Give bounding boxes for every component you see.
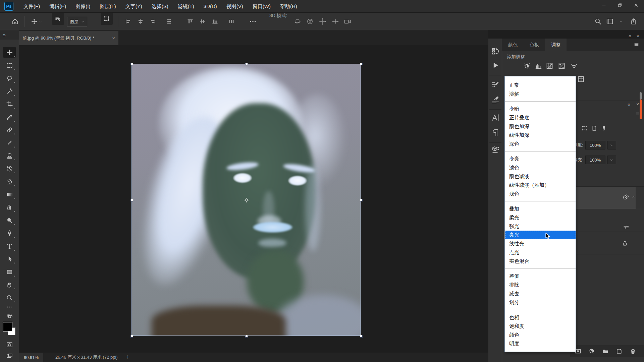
pan-3d-icon[interactable] — [319, 17, 327, 25]
ellipsis-icon[interactable] — [249, 18, 257, 25]
brush-settings-icon[interactable] — [491, 80, 500, 89]
minimize-button[interactable] — [596, 0, 612, 10]
menu-item[interactable]: 帮助(H) — [275, 0, 302, 12]
menu-item[interactable]: 3D(D) — [199, 0, 222, 12]
edit-toolbar-icon[interactable] — [6, 304, 13, 310]
search-icon[interactable] — [594, 18, 602, 25]
align-right-icon[interactable] — [150, 18, 156, 25]
close-button[interactable] — [628, 0, 644, 10]
zoom-tool[interactable] — [3, 292, 16, 303]
blend-mode-option[interactable]: 减去 — [505, 289, 576, 298]
menu-item[interactable]: 文件(F) — [19, 0, 45, 12]
close-tab-icon[interactable]: × — [112, 35, 115, 41]
color-lookup-icon[interactable] — [577, 75, 585, 83]
group-folder-icon[interactable] — [602, 348, 609, 355]
foreground-color-swatch[interactable] — [3, 322, 12, 331]
panel-tab-颜色[interactable]: 颜色 — [502, 39, 524, 51]
brushes-icon[interactable] — [491, 95, 500, 104]
distribute-h-icon[interactable] — [228, 18, 235, 25]
menu-item[interactable]: 文字(Y) — [121, 0, 147, 12]
blend-mode-option[interactable]: 变暗 — [505, 105, 576, 113]
blend-mode-option[interactable]: 颜色 — [505, 330, 576, 339]
new-layer-icon[interactable] — [616, 348, 623, 355]
toolbar-collapse-button[interactable]: » — [0, 30, 19, 40]
frame-icon[interactable] — [581, 125, 588, 131]
character-icon[interactable] — [491, 113, 500, 122]
brush-tool[interactable] — [3, 137, 16, 148]
transform-controls-toggle[interactable] — [101, 13, 113, 25]
chevron-up-icon[interactable] — [632, 195, 636, 199]
move-tool[interactable] — [3, 47, 16, 58]
slide-3d-icon[interactable] — [331, 17, 339, 25]
blend-mode-option[interactable]: 饱和度 — [505, 322, 576, 330]
share-icon[interactable] — [630, 18, 637, 25]
blend-mode-option[interactable]: 滤色 — [505, 163, 576, 172]
blend-mode-option[interactable]: 点光 — [505, 248, 576, 257]
orbit-3d-icon[interactable] — [293, 17, 302, 25]
blend-mode-option[interactable]: 颜色加深 — [505, 122, 576, 131]
spot-healing-tool[interactable] — [3, 124, 16, 135]
vibrance-icon[interactable] — [570, 62, 578, 70]
blend-mode-option[interactable]: 深色 — [505, 139, 576, 148]
blend-mode-option[interactable]: 线性光 — [505, 239, 576, 248]
align-middle-icon[interactable] — [199, 18, 206, 25]
swap-colors-icon[interactable] — [7, 314, 13, 320]
blend-mode-option[interactable]: 明度 — [505, 339, 576, 348]
rectangle-tool[interactable] — [3, 266, 16, 277]
menu-item[interactable]: 编辑(E) — [45, 0, 71, 12]
blend-mode-option[interactable]: 实色混合 — [505, 257, 576, 265]
marquee-tool[interactable] — [3, 60, 16, 71]
screen-mode-icon[interactable] — [6, 353, 13, 360]
crop-tool[interactable] — [3, 99, 16, 109]
status-options-icon[interactable]: 〉 — [126, 354, 131, 360]
menu-item[interactable]: 选择(S) — [147, 0, 173, 12]
document-image[interactable] — [131, 64, 361, 336]
restore-button[interactable] — [612, 0, 628, 10]
levels-icon[interactable] — [535, 62, 542, 70]
exposure-icon[interactable] — [558, 62, 566, 70]
blend-mode-option[interactable]: 差值 — [505, 272, 576, 281]
blend-mode-option[interactable]: 划分 — [505, 298, 576, 307]
quick-mask-icon[interactable] — [6, 341, 13, 348]
layer-target-select[interactable]: 图层 — [67, 17, 87, 27]
opacity-value[interactable]: 100% — [585, 141, 605, 149]
trash-icon[interactable] — [630, 348, 636, 355]
magic-wand-tool[interactable] — [3, 86, 16, 97]
blend-mode-option[interactable]: 色相 — [505, 313, 576, 322]
align-bottom-icon[interactable] — [212, 18, 218, 25]
adjustment-layer-icon[interactable] — [588, 348, 595, 355]
roll-3d-icon[interactable] — [306, 17, 314, 25]
blend-mode-option[interactable]: 颜色减淡 — [505, 172, 576, 181]
distribute-v-icon[interactable] — [166, 18, 172, 25]
3d-cube-icon[interactable] — [491, 145, 500, 154]
lasso-tool[interactable] — [3, 73, 16, 83]
menu-item[interactable]: 图像(I) — [71, 0, 95, 12]
collapse-dock-icon[interactable]: « — [629, 33, 631, 39]
chevron-down-icon[interactable] — [39, 20, 42, 23]
scrollbar-orange-segment[interactable] — [640, 100, 642, 119]
menu-item[interactable]: 视图(V) — [222, 0, 248, 12]
panel-tab-色板[interactable]: 色板 — [524, 39, 545, 51]
zoom-level-field[interactable]: 90.91% — [19, 353, 43, 362]
smudge-tool[interactable] — [3, 202, 16, 213]
eyedropper-tool[interactable] — [3, 112, 16, 122]
blend-mode-option[interactable]: 变亮 — [505, 155, 576, 163]
actions-play-icon[interactable] — [491, 61, 500, 70]
page-icon[interactable] — [591, 125, 597, 131]
auto-select-toggle[interactable] — [52, 13, 64, 25]
opacity-chevron-icon[interactable] — [607, 141, 616, 149]
selected-layer-row[interactable] — [571, 187, 636, 209]
paragraph-icon[interactable] — [491, 128, 500, 137]
collapse-group-icon[interactable]: « — [628, 102, 630, 107]
close-group-icon[interactable]: × — [636, 102, 639, 107]
blend-mode-option[interactable]: 溶解 — [505, 89, 576, 98]
camera-3d-icon[interactable] — [343, 17, 352, 25]
panel-menu-icon[interactable] — [634, 42, 639, 47]
document-tab[interactable]: 前.jpg @ 90.9% (背景 拷贝, RGB/8) * × — [19, 31, 118, 45]
history-icon[interactable] — [491, 47, 500, 56]
home-icon[interactable] — [11, 18, 19, 25]
panel-tab-调整[interactable]: 调整 — [545, 39, 567, 51]
path-selection-tool[interactable] — [3, 253, 16, 264]
hand-tool[interactable] — [3, 279, 16, 290]
blend-mode-option[interactable]: 浅色 — [505, 189, 576, 198]
